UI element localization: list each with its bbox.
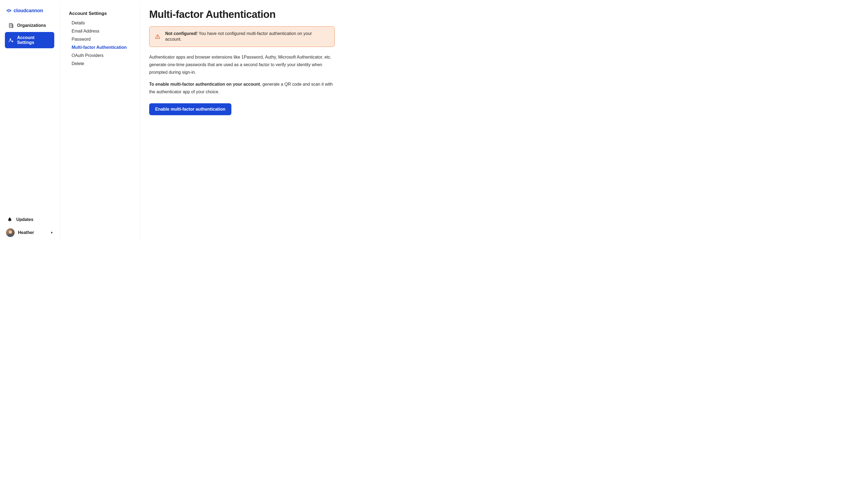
nav-item-organizations[interactable]: Organizations (5, 20, 54, 31)
secondary-item-label: OAuth Providers (72, 53, 103, 58)
svg-rect-4 (11, 24, 12, 25)
svg-rect-5 (10, 25, 10, 26)
secondary-item-mfa[interactable]: Multi-factor Authentication (69, 43, 132, 52)
sidebar-bottom: Updates Heather (5, 214, 54, 239)
cloudcannon-logo-icon (6, 8, 12, 13)
updates-label: Updates (16, 217, 33, 222)
page-title: Multi-factor Authentication (149, 9, 421, 20)
secondary-item-delete[interactable]: Delete (69, 60, 132, 68)
secondary-item-label: Delete (72, 61, 84, 66)
svg-rect-8 (11, 26, 12, 27)
secondary-item-password[interactable]: Password (69, 35, 132, 43)
updates-item[interactable]: Updates (5, 214, 54, 225)
brand-logo[interactable]: cloudcannon (5, 5, 54, 20)
nav-item-label: Account Settings (17, 35, 51, 45)
svg-rect-7 (10, 26, 10, 27)
nav-item-label: Organizations (17, 23, 46, 28)
secondary-item-label: Details (72, 21, 85, 25)
secondary-nav: Details Email Address Password Multi-fac… (69, 19, 132, 68)
svg-rect-2 (9, 24, 12, 28)
svg-point-1 (9, 10, 9, 11)
secondary-item-details[interactable]: Details (69, 19, 132, 27)
primary-sidebar: cloudcannon Organizations (0, 0, 59, 244)
avatar (6, 228, 14, 237)
warning-icon (155, 34, 160, 39)
bell-icon (7, 217, 12, 222)
secondary-sidebar: Account Settings Details Email Address P… (59, 0, 140, 244)
enable-mfa-button[interactable]: Enable multi-factor authentication (149, 103, 231, 115)
user-menu[interactable]: Heather (5, 226, 54, 239)
alert-not-configured: Not configured! You have not configured … (149, 26, 335, 47)
svg-rect-6 (11, 25, 12, 26)
para-enable-instructions: To enable multi-factor authentication on… (149, 80, 335, 96)
secondary-heading: Account Settings (69, 11, 132, 16)
user-name: Heather (18, 230, 34, 235)
secondary-item-email-address[interactable]: Email Address (69, 27, 132, 35)
svg-point-9 (10, 38, 11, 40)
primary-nav: Organizations Account Settings (5, 20, 54, 48)
secondary-item-label: Multi-factor Authentication (72, 45, 127, 50)
para-enable-strong: To enable multi-factor authentication on… (149, 82, 260, 87)
svg-rect-3 (10, 24, 10, 25)
caret-right-icon (51, 231, 53, 234)
building-icon (8, 23, 14, 28)
main-content: Multi-factor Authentication Not configur… (140, 0, 434, 244)
para-apps-description: Authenticator apps and browser extension… (149, 54, 335, 76)
alert-text: Not configured! You have not configured … (165, 31, 329, 42)
nav-item-account-settings[interactable]: Account Settings (5, 32, 54, 48)
user-cog-icon (8, 37, 14, 43)
secondary-item-label: Password (72, 37, 91, 41)
alert-strong: Not configured! (165, 31, 197, 36)
secondary-item-oauth-providers[interactable]: OAuth Providers (69, 52, 132, 60)
secondary-item-label: Email Address (72, 29, 99, 33)
brand-name: cloudcannon (13, 8, 43, 13)
svg-point-12 (157, 37, 158, 38)
